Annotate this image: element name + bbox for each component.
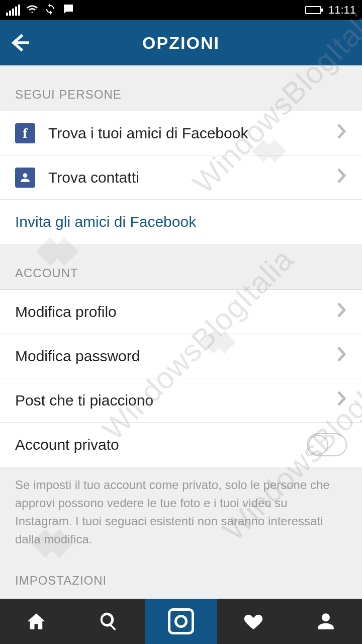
edit-profile[interactable]: Modifica profilo xyxy=(0,290,362,334)
chevron-right-icon xyxy=(336,390,347,411)
page-title: OPZIONI xyxy=(0,33,362,53)
item-label: Post che ti piacciono xyxy=(15,392,336,409)
sync-icon xyxy=(44,3,56,18)
wifi-icon xyxy=(26,3,38,18)
clock: 11:11 xyxy=(328,4,356,17)
bottom-nav xyxy=(0,599,362,644)
chevron-right-icon xyxy=(336,346,347,366)
camera-icon xyxy=(168,608,194,634)
section-header-account: ACCOUNT xyxy=(0,244,362,289)
nav-profile[interactable] xyxy=(290,599,362,644)
status-bar: 11:11 xyxy=(0,0,362,20)
item-label: Invita gli amici di Facebook xyxy=(15,213,347,230)
battery-icon xyxy=(305,6,321,14)
find-contacts[interactable]: Trova contatti xyxy=(0,155,362,200)
item-label: Trova i tuoi amici di Facebook xyxy=(48,125,336,142)
section-header-settings: IMPOSTAZIONI xyxy=(0,564,362,597)
message-icon xyxy=(62,3,74,18)
app-header: OPZIONI xyxy=(0,20,362,65)
private-account-toggle[interactable] xyxy=(307,433,347,456)
chevron-right-icon xyxy=(336,123,347,143)
invite-facebook-friends[interactable]: Invita gli amici di Facebook xyxy=(0,200,362,244)
content-scroll[interactable]: SEGUI PERSONE f Trova i tuoi amici di Fa… xyxy=(0,65,362,599)
facebook-icon: f xyxy=(15,123,35,143)
item-label: Modifica password xyxy=(15,348,336,365)
signal-icon xyxy=(6,5,20,16)
private-account-footnote: Se imposti il tuo account come privato, … xyxy=(0,467,362,564)
nav-activity[interactable] xyxy=(217,599,290,644)
nav-camera[interactable] xyxy=(145,599,217,644)
item-label: Modifica profilo xyxy=(15,303,336,320)
item-label: Account privato xyxy=(15,436,307,453)
chevron-right-icon xyxy=(336,301,347,322)
contacts-icon xyxy=(15,168,35,188)
nav-home[interactable] xyxy=(0,599,72,644)
liked-posts[interactable]: Post che ti piacciono xyxy=(0,378,362,423)
item-label: Trova contatti xyxy=(48,169,336,186)
section-header-follow: SEGUI PERSONE xyxy=(0,65,362,111)
nav-search[interactable] xyxy=(72,599,145,644)
chevron-right-icon xyxy=(336,167,347,188)
change-password[interactable]: Modifica password xyxy=(0,334,362,378)
private-account-row: Account privato xyxy=(0,423,362,467)
find-facebook-friends[interactable]: f Trova i tuoi amici di Facebook xyxy=(0,111,362,155)
